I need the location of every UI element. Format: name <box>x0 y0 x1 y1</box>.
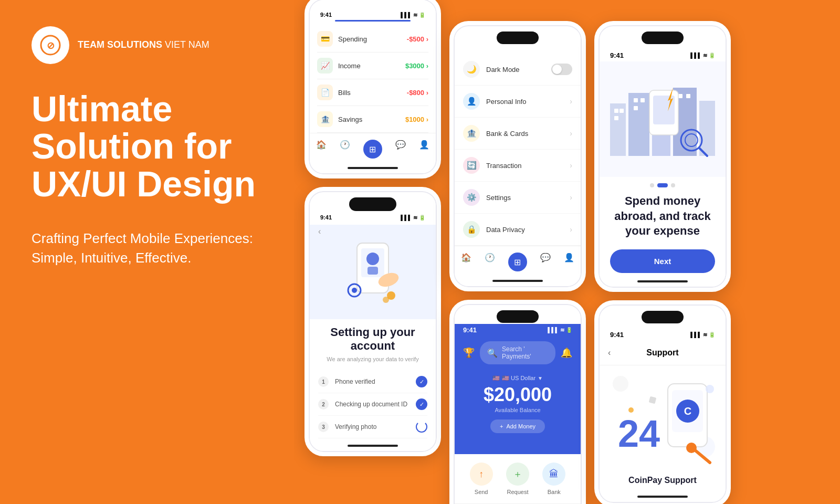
brand-name: TEAM SOLUTIONS VIET NAM <box>78 39 209 51</box>
support-header: ‹ Support <box>600 341 726 365</box>
svg-rect-5 <box>368 267 378 275</box>
dot-3 <box>671 183 675 187</box>
phone-payment: 9:41 ▌▌▌ ≋ 🔋 🏆 🔍 Search ' Payments' 🔔 <box>449 300 586 504</box>
svg-point-30 <box>613 376 628 392</box>
phone-finance: 9:41 ▌▌▌ ≋ 🔋 💳 Spending -$500 › <box>304 0 441 178</box>
abroad-illustration <box>600 61 726 177</box>
col-3: 9:41 ▌▌▌ ≋ 🔋 <box>594 10 731 504</box>
phone-abroad: 9:41 ▌▌▌ ≋ 🔋 <box>594 21 731 292</box>
settings-transaction[interactable]: 🔄 Transaction › <box>455 150 581 182</box>
settings-personal-info[interactable]: 👤 Personal Info › <box>455 86 581 118</box>
transaction-spending: 💳 Spending -$500 › <box>317 26 428 52</box>
svg-point-38 <box>686 443 697 453</box>
support-illustration: 24 C <box>600 365 726 470</box>
nav-clock[interactable]: 🕐 <box>340 140 350 159</box>
svg-rect-21 <box>634 106 638 110</box>
settings-data-privacy[interactable]: 🔒 Data Privacy › <box>455 214 581 246</box>
support-footer: CoinPay Support <box>600 470 726 490</box>
phone-settings: 🌙 Dark Mode 👤 Personal Info › <box>449 21 586 291</box>
svg-rect-23 <box>686 94 690 98</box>
svg-rect-15 <box>699 101 715 156</box>
status-time-4: 9:41 <box>463 326 477 334</box>
settings-dark-mode[interactable]: 🌙 Dark Mode <box>455 54 581 86</box>
svg-point-40 <box>706 385 714 393</box>
balance-sub: Available Balance <box>463 407 572 413</box>
phones-grid: 9:41 ▌▌▌ ≋ 🔋 💳 Spending -$500 › <box>294 0 840 504</box>
support-back-button[interactable]: ‹ <box>608 348 611 358</box>
svg-rect-12 <box>628 93 649 156</box>
svg-text:C: C <box>684 405 691 417</box>
transaction-savings: 🏦 Savings $1000 › <box>317 106 428 133</box>
balance-section: 🇺🇸 🇺🇸 US Dollar ▼ $20,000 Available Bala… <box>463 370 572 438</box>
phone-setup: 9:41 ▌▌▌ ≋ 🔋 ‹ <box>304 187 441 456</box>
main-headline: Ultimate Solution for UX/UI Design <box>32 90 262 203</box>
check-item-2: 2 Checking up document ID ✓ <box>318 393 427 416</box>
settings-bank-cards[interactable]: 🏦 Bank & Cards › <box>455 118 581 150</box>
svg-rect-19 <box>634 98 638 102</box>
col-1: 9:41 ▌▌▌ ≋ 🔋 💳 Spending -$500 › <box>304 10 441 504</box>
nav-home[interactable]: 🏠 <box>316 140 327 159</box>
status-time-5: 9:41 <box>610 51 624 59</box>
payment-actions: ↑ Send ＋ Request 🏛 Bank <box>455 454 581 504</box>
svg-rect-20 <box>640 98 645 102</box>
nav-chat[interactable]: 💬 <box>395 140 406 159</box>
bank-action[interactable]: 🏛 Bank <box>542 463 565 495</box>
setup-title: Setting up your account <box>318 326 427 353</box>
logo-area: ⊘ TEAM SOLUTIONS VIET NAM <box>32 26 262 64</box>
setup-subtitle: We are analyzing your data to verify <box>318 356 427 362</box>
svg-rect-18 <box>614 116 618 120</box>
search-placeholder: Search ' Payments' <box>502 345 548 360</box>
svg-rect-22 <box>678 94 682 98</box>
svg-point-8 <box>352 288 357 293</box>
svg-point-4 <box>366 253 379 265</box>
send-action[interactable]: ↑ Send <box>470 463 493 495</box>
dark-mode-toggle[interactable] <box>551 64 572 75</box>
svg-text:24: 24 <box>618 413 660 455</box>
svg-text:⊘: ⊘ <box>47 40 55 51</box>
dot-1 <box>650 183 654 187</box>
nav-home-2[interactable]: 🏠 <box>461 253 471 271</box>
payment-header: 🏆 🔍 Search ' Payments' 🔔 🇺🇸 🇺🇸 US Dollar <box>455 334 581 454</box>
check-item-3: 3 Verifying photo <box>318 416 427 438</box>
abroad-title: Spend money abroad, and track your expen… <box>600 194 726 239</box>
check-item-1: 1 Phone verified ✓ <box>318 371 427 393</box>
left-panel: ⊘ TEAM SOLUTIONS VIET NAM Ultimate Solut… <box>0 0 294 504</box>
request-action[interactable]: ＋ Request <box>506 463 529 495</box>
svg-rect-17 <box>620 109 624 113</box>
phone-support: 9:41 ▌▌▌ ≋ 🔋 ‹ Support <box>594 300 731 504</box>
nav-profile[interactable]: 👤 <box>419 140 429 159</box>
nav-profile-2[interactable]: 👤 <box>564 253 574 271</box>
transaction-income: 📈 Income $3000 › <box>317 52 428 79</box>
progress-dots <box>600 177 726 194</box>
svg-rect-16 <box>614 109 618 113</box>
sub-text: Crafting Perfect Mobile Experiences: Sim… <box>32 229 262 267</box>
nav-bar-2: 🏠 🕐 ⊞ 💬 👤 <box>455 246 581 280</box>
nav-clock-2[interactable]: 🕐 <box>485 253 495 271</box>
nav-cards-2[interactable]: ⊞ <box>508 253 527 271</box>
add-money-button[interactable]: + Add Money <box>490 419 545 433</box>
col-2: 🌙 Dark Mode 👤 Personal Info › <box>449 10 586 504</box>
next-button[interactable]: Next <box>610 249 715 273</box>
nav-bar-1: 🏠 🕐 ⊞ 💬 👤 <box>310 133 436 167</box>
nav-chat-2[interactable]: 💬 <box>540 253 551 271</box>
svg-rect-41 <box>649 396 657 404</box>
svg-point-39 <box>628 407 634 413</box>
status-time-6: 9:41 <box>610 331 624 339</box>
currency-label: 🇺🇸 🇺🇸 US Dollar ▼ <box>463 375 572 382</box>
dot-2 <box>657 183 668 187</box>
nav-cards[interactable]: ⊞ <box>363 140 382 159</box>
svg-point-10 <box>383 297 389 303</box>
balance-amount: $20,000 <box>463 384 572 406</box>
brand-logo: ⊘ <box>32 26 69 64</box>
settings-settings[interactable]: ⚙️ Settings › <box>455 182 581 214</box>
transaction-bills: 📄 Bills -$800 › <box>317 79 428 106</box>
support-title: Support <box>646 348 678 358</box>
